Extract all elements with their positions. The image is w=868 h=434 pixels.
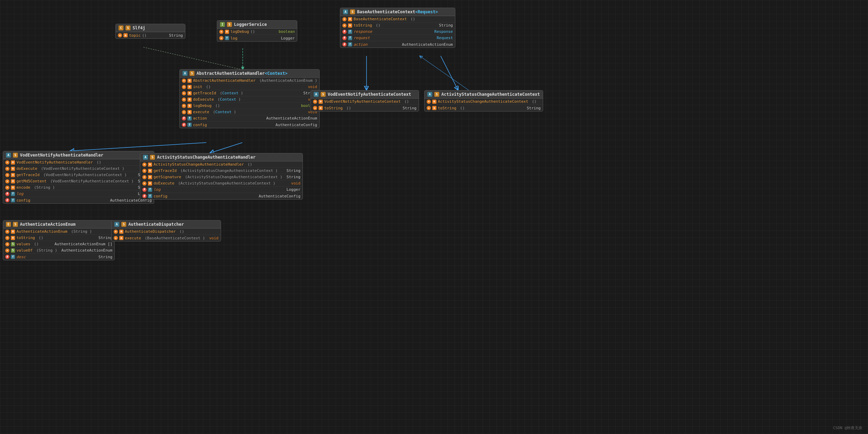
member-params: (Context )	[215, 97, 241, 102]
member-return: AuthenticateActionEnum	[59, 248, 113, 253]
auth-action-enum-card: E S AuthenticateActionEnum + m Authentic…	[3, 220, 115, 260]
member-return: AuthenticateActionEnum	[263, 116, 317, 121]
mt-method: m	[348, 23, 352, 28]
mt-method: m	[11, 236, 15, 240]
member-name: action	[354, 42, 368, 47]
slf4j-header: C S Slf4j	[116, 24, 185, 32]
aae-row-tostring: + m toString () String	[3, 235, 114, 241]
member-name: request	[354, 36, 370, 40]
aae-row-desc: # f desc String	[3, 254, 114, 260]
aae-row-constructor: + m AuthenticateActionEnum (String )	[3, 229, 114, 235]
member-params: ()	[344, 106, 351, 110]
vis-public: +	[5, 248, 9, 253]
mt-method: m	[11, 186, 15, 190]
mt-method: m	[187, 91, 192, 95]
member-return: AuthenticateConfig	[256, 194, 300, 198]
mt-method: m	[319, 100, 323, 104]
vis-public: +	[5, 186, 9, 190]
vis-public: +	[114, 236, 118, 240]
asc-row-tostring: + m toString () String	[425, 105, 543, 111]
vis-public: +	[313, 100, 317, 104]
static-icon: S	[121, 222, 126, 227]
member-name: toString	[16, 236, 35, 240]
activity-handler-card: A S ActivityStatusChangeAuthenticateHand…	[140, 153, 303, 200]
member-return: String	[166, 33, 183, 38]
slf4j-row-topic: + m topic () String	[116, 32, 185, 38]
static-icon: S	[227, 22, 232, 27]
mt-method: m	[187, 97, 192, 102]
ash-row-log: # f log Logger	[140, 187, 303, 193]
mt-field: f	[348, 42, 352, 46]
member-params: ()	[529, 99, 536, 104]
auth-action-enum-header: E S AuthenticateActionEnum	[3, 220, 114, 229]
class-icon: C	[119, 26, 123, 30]
member-name: VodEventNotifyAuthenticateContext	[324, 99, 401, 104]
member-name: VodEventNotifyAuthenticateHandler	[16, 160, 93, 165]
mt-method: m	[11, 160, 15, 165]
auth-dispatcher-card: A S AuthenticateDispatcher + m Authentic…	[111, 220, 221, 241]
vis-protected: #	[182, 123, 186, 127]
veh-row-encode: + m encode (String ) String	[3, 185, 154, 191]
enum-icon: E	[6, 222, 11, 227]
member-return: Request	[434, 36, 453, 40]
member-name: execute	[125, 236, 141, 240]
mt-field: f	[348, 30, 352, 34]
vod-handler-title: VodEventNotifyAuthenticateHandler	[20, 153, 103, 158]
static-icon: S	[13, 153, 18, 158]
activity-status-ctx-header: A S ActivityStatusChangeAuthenticateCont…	[425, 91, 543, 99]
veh-row-gettraceid: + m getTraceId (VodEventNotifyAuthentica…	[3, 172, 154, 178]
svg-line-5	[210, 143, 242, 153]
vis-public: +	[219, 36, 223, 40]
mt-method: m	[148, 175, 152, 179]
ls-row-log: + f log Logger	[217, 35, 297, 41]
member-name: log	[154, 187, 161, 192]
vis-public: +	[182, 110, 186, 114]
member-return: AuthenticateConfig	[273, 123, 317, 127]
member-name: ActivityStatusChangeAuthenticateHandler	[154, 162, 244, 167]
static-icon: S	[350, 9, 355, 14]
static-icon: S	[321, 92, 326, 97]
vis-public: +	[142, 175, 147, 179]
member-name: doExecute	[193, 97, 214, 102]
member-name: doExecute	[16, 166, 37, 171]
mt-method: m	[11, 167, 15, 171]
svg-line-4	[70, 143, 206, 151]
vis-public: +	[142, 162, 147, 167]
activity-handler-title: ActivityStatusChangeAuthenticateHandler	[157, 155, 256, 160]
vis-public: +	[5, 230, 9, 234]
mt-field: f	[348, 36, 352, 40]
member-name: AuthenticateActionEnum	[16, 229, 67, 234]
member-params: ()	[458, 106, 465, 110]
member-name: doExecute	[154, 181, 175, 186]
mt-method: m	[148, 181, 152, 186]
logger-service-card: I S LoggerService + m logDebug () boolea…	[217, 20, 297, 42]
static-icon: S	[13, 222, 18, 227]
vis-public: +	[182, 104, 186, 108]
mt-method: m	[148, 169, 152, 173]
member-params: ()	[245, 162, 252, 167]
watermark: CSDN @秋夜无奈	[833, 425, 862, 431]
vec-row-constructor: + m VodEventNotifyAuthenticateContext ()	[311, 99, 419, 105]
vod-event-ctx-card: A S VodEventNotifyAuthenticateContext + …	[311, 90, 419, 111]
member-name: getTraceId	[16, 173, 40, 177]
member-name: init	[193, 85, 202, 89]
vec-row-tostring: + m toString () String	[311, 105, 419, 111]
member-params: (VodEventNotifyAuthenticateContext )	[41, 173, 127, 177]
base-auth-ctx-card: A S BaseAuthenticateContext<Request> + m…	[340, 8, 455, 48]
member-params: (VodEventNotifyAuthenticateContext )	[39, 166, 124, 171]
interface-icon: I	[220, 22, 225, 27]
member-name: desc	[16, 255, 26, 259]
member-params: (VodEventNotifyAuthenticateContext )	[48, 179, 134, 183]
member-return: AuthenticateActionEnum	[399, 42, 453, 47]
mt-field: f	[187, 123, 192, 127]
member-return: void	[305, 85, 318, 89]
member-name: config	[154, 194, 168, 198]
vis-protected: #	[182, 116, 186, 121]
veh-row-doexecute: + m doExecute (VodEventNotifyAuthenticat…	[3, 166, 154, 172]
vis-public: +	[342, 17, 347, 21]
member-return: String	[284, 175, 300, 179]
member-params: ()	[32, 242, 39, 246]
abstract-icon: A	[114, 222, 119, 227]
abstract-icon: A	[183, 71, 187, 76]
ah-row-init: + m init () void	[180, 84, 319, 90]
